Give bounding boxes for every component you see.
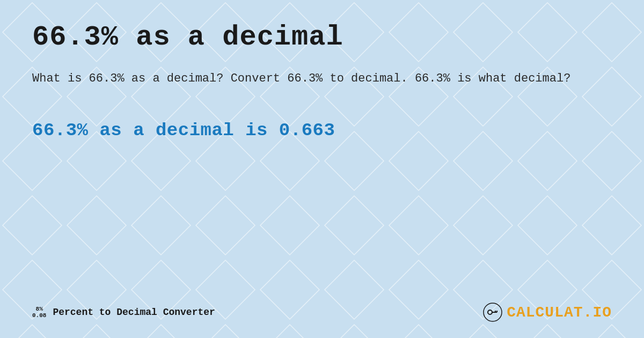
- logo-icon: [483, 303, 502, 322]
- page-description: What is 66.3% as a decimal? Convert 66.3…: [32, 69, 612, 88]
- logo-dot: .: [583, 304, 593, 321]
- percent-badge-top: 8%: [36, 306, 43, 312]
- percent-badge-bottom: 0.08: [32, 312, 46, 319]
- result-text: 66.3% as a decimal is 0.663: [32, 120, 612, 141]
- svg-point-4: [488, 310, 492, 314]
- percent-badge: 8% 0.08: [32, 306, 46, 319]
- logo-text-main: CALCULAT: [507, 304, 583, 321]
- page-title: 66.3% as a decimal: [32, 21, 612, 53]
- logo-io: IO: [592, 304, 612, 321]
- footer-label: Percent to Decimal Converter: [53, 307, 215, 318]
- logo: CALCULAT.IO: [483, 303, 612, 322]
- logo-text: CALCULAT.IO: [507, 304, 612, 321]
